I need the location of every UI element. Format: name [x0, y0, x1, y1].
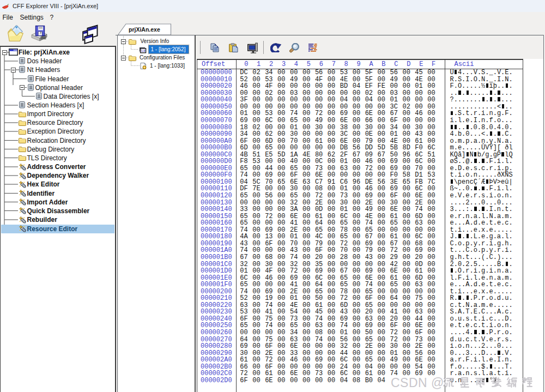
svg-text:1.0: 1.0 [141, 49, 145, 52]
